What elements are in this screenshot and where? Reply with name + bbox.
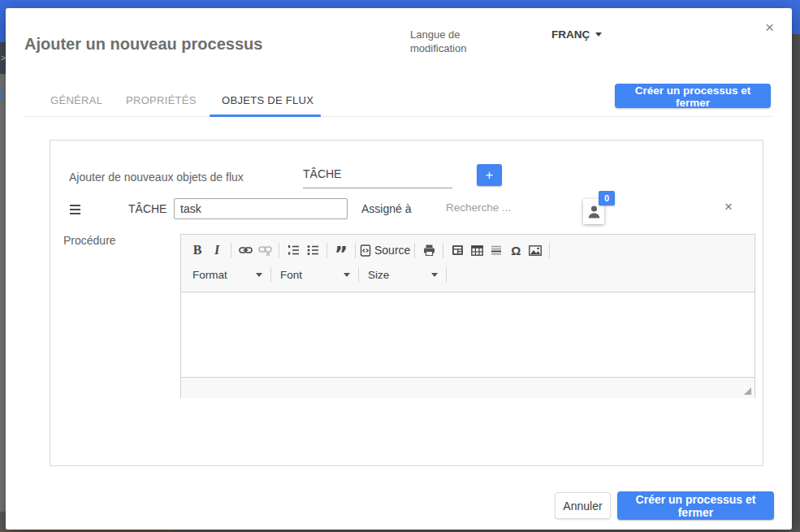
task-type-label: TÂCHE: [128, 202, 166, 215]
toolbar-separator: [443, 243, 443, 258]
background-chevron-icon: >: [0, 42, 6, 74]
drag-handle-icon[interactable]: [70, 205, 80, 214]
print-icon[interactable]: [419, 240, 439, 260]
chevron-down-icon: [344, 273, 350, 277]
chevron-down-icon: [431, 273, 438, 277]
flow-object-type-select[interactable]: TÂCHE: [303, 167, 452, 188]
source-icon[interactable]: [360, 240, 371, 260]
format-dropdown-label: Format: [192, 269, 227, 281]
cancel-button[interactable]: Annuler: [555, 492, 611, 519]
active-tab-indicator: [210, 115, 321, 117]
toolbar-separator: [446, 267, 447, 283]
editor-resize-handle[interactable]: [744, 387, 751, 395]
numbered-list-icon[interactable]: [283, 240, 303, 260]
toolbar-separator: [270, 267, 271, 283]
toolbar-separator: [231, 243, 231, 258]
size-dropdown[interactable]: Size: [363, 265, 442, 284]
bulleted-list-icon[interactable]: [303, 240, 322, 260]
tab-objets-de-flux[interactable]: OBJETS DE FLUX: [222, 94, 314, 106]
tab-general[interactable]: GÉNÉRAL: [50, 94, 102, 106]
italic-icon[interactable]: I: [207, 240, 227, 260]
format-dropdown[interactable]: Format: [188, 265, 266, 284]
font-dropdown[interactable]: Font: [275, 265, 354, 284]
background-app-header: [0, 0, 800, 8]
toolbar-separator: [355, 243, 356, 258]
dialog-title: Ajouter un nouveau processus: [24, 35, 262, 54]
assigned-to-label: Assigné à: [361, 202, 411, 215]
toolbar-separator: [326, 243, 327, 258]
language-select-value: FRANÇ: [551, 28, 590, 41]
person-icon: [587, 204, 601, 219]
chevron-down-icon: [595, 32, 602, 37]
editor-status-bar: [181, 377, 755, 398]
close-dialog-button[interactable]: ×: [765, 19, 774, 35]
background-app-header-left: [0, 8, 6, 42]
add-flow-object-button[interactable]: +: [477, 164, 502, 186]
procedure-label: Procédure: [63, 234, 116, 247]
chevron-down-icon: [256, 273, 262, 277]
assignee-count-badge: 0: [599, 191, 615, 205]
tabs-divider: [24, 116, 772, 117]
backdrop-right: [792, 8, 800, 532]
toolbar-separator: [414, 243, 415, 258]
blockquote-icon[interactable]: ”: [331, 236, 351, 264]
tab-proprietes[interactable]: PROPRIÉTÉS: [126, 94, 197, 106]
toolbar-separator: [358, 267, 359, 283]
editor-content-area[interactable]: [181, 292, 755, 377]
task-name-input[interactable]: [174, 198, 348, 219]
add-flow-objects-label: Ajouter de nouveaux objets de flux: [69, 171, 244, 184]
toolbar-separator: [279, 243, 279, 258]
unlink-icon: [255, 240, 275, 260]
source-button-label[interactable]: Source: [374, 244, 410, 257]
image-icon[interactable]: [525, 240, 545, 260]
toolbar-separator: [549, 243, 550, 258]
background-fragment: [0, 89, 4, 99]
editor-toolbar: B I: [181, 235, 755, 292]
procedure-richtext-editor: B I: [180, 234, 755, 398]
table-icon[interactable]: [467, 240, 486, 260]
size-dropdown-label: Size: [368, 269, 389, 281]
link-icon[interactable]: [236, 240, 255, 260]
background-app-header-right: [792, 8, 800, 34]
horizontal-rule-icon[interactable]: [486, 240, 506, 260]
add-process-dialog: Ajouter un nouveau processus Langue de m…: [6, 8, 792, 530]
templates-icon[interactable]: [448, 240, 467, 260]
language-of-modification-label: Langue de modification: [410, 28, 477, 55]
assignee-search-input[interactable]: [444, 201, 553, 214]
create-process-button-top[interactable]: Créer un processus et fermer: [615, 84, 771, 108]
font-dropdown-label: Font: [280, 269, 302, 281]
special-character-icon[interactable]: Ω: [506, 240, 525, 260]
backdrop-left: >: [0, 8, 6, 532]
create-process-button-bottom[interactable]: Créer un processus et fermer: [617, 491, 774, 520]
remove-task-button[interactable]: ×: [724, 200, 733, 214]
bold-icon[interactable]: B: [188, 240, 207, 260]
language-select[interactable]: FRANÇ: [551, 28, 602, 41]
